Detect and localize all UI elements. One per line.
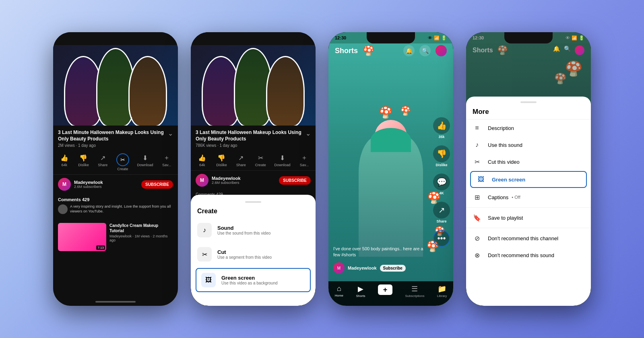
action-bar-1: 👍 64k 👎 Dislike ↗ Share ✂ Create ⬇ D [53, 150, 178, 175]
user-avatar-4[interactable] [575, 45, 584, 55]
popup-handle [245, 201, 261, 203]
create-sound-item[interactable]: ♪ Sound Use the sound from this video [191, 218, 316, 242]
channel-name-1: Madeyewlook [74, 180, 103, 185]
shorts-caption-3: I've done over 500 body paintings.. here… [333, 246, 429, 258]
sound-title: Sound [217, 225, 309, 231]
phone-3: 12:30 👁📶🔋 Shorts 🍄 🔔 🔍 [328, 32, 453, 306]
channel-name-2: Madeyewlook [212, 176, 241, 181]
more-use-sound-item[interactable]: ♪ Use this sound [466, 136, 591, 153]
like-button-2[interactable]: 👍 64k [196, 153, 208, 167]
dislike-action-3[interactable]: 👎 Dislike [433, 145, 450, 167]
more-cut-item[interactable]: ✂ Cut this video [466, 153, 591, 170]
create-button-2[interactable]: ✂ Create [255, 153, 266, 167]
suggested-video-1[interactable]: 7:13 Candy/Ice Cream Makeup Tutorial Mad… [58, 223, 173, 251]
video-title-2: 3 Last Minute Halloween Makeup Looks Usi… [196, 130, 303, 142]
download-button-2[interactable]: ⬇ Download [274, 153, 290, 167]
comment-count-3: 4K [439, 191, 444, 195]
comment-item-1: A very inspiring story and insight. Love… [58, 204, 173, 214]
like-button-1[interactable]: 👍 64k [59, 153, 70, 171]
shorts-channel-avatar-3[interactable]: M [333, 262, 345, 274]
sound-icon: ♪ [197, 223, 212, 237]
dislike-button-1[interactable]: 👎 Dislike [78, 153, 89, 171]
comments-header-1: Comments 429 [58, 197, 173, 202]
more-menu-title: More [466, 106, 591, 120]
video-info-1: 3 Last Minute Halloween Makeup Looks Usi… [53, 126, 178, 150]
dislike-label-3: Dislike [436, 163, 447, 167]
phone-1-nav-bar [95, 301, 136, 303]
channel-subs-2: 2.6M subscribers [212, 181, 241, 185]
nav-shorts-3[interactable]: ▶ Shorts [356, 284, 365, 298]
dont-recommend-channel-label: Don't recommend this channel [488, 235, 584, 241]
share-icon-3: ↗ [433, 202, 450, 218]
greenscreen-menu-icon: 🖼 [477, 175, 485, 184]
status-icons-3: 👁📶🔋 [428, 35, 447, 41]
more-description-item[interactable]: ≡ Description [466, 120, 591, 136]
nav-subscriptions-3[interactable]: ☰ Subscriptions [405, 284, 424, 298]
sound-desc: Use the sound from this video [217, 231, 309, 235]
phone-2: 3 Last Minute Halloween Makeup Looks Usi… [191, 32, 316, 306]
dislike-icon-3: 👎 [433, 145, 450, 162]
user-avatar-3[interactable] [436, 45, 447, 56]
comment-action-3[interactable]: 💬 4K [433, 173, 450, 195]
channel-avatar-1[interactable]: M [58, 178, 71, 191]
more-dont-recommend-channel-item[interactable]: ⊘ Don't recommend this channel [466, 230, 591, 247]
dont-recommend-sound-label: Don't recommend this sound [488, 252, 584, 258]
phone-1: 3 Last Minute Halloween Makeup Looks Usi… [53, 32, 178, 306]
video-thumbnail-1[interactable] [53, 45, 178, 126]
create-greenscreen-item[interactable]: 🖼 Green screen Use this video as a backg… [196, 268, 311, 292]
more-save-playlist-item[interactable]: 🔖 Save to playlist [466, 209, 591, 226]
status-icons-4: 👁📶🔋 [566, 35, 584, 41]
more-captions-item[interactable]: ⊞ Captions • Off [466, 189, 591, 206]
video-thumbnail-2[interactable] [191, 45, 316, 126]
bell-icon-3[interactable]: 🔔 [403, 45, 415, 56]
subscribe-button-2[interactable]: SUBSCRIBE [279, 176, 311, 185]
shorts-bottom-nav-3: ⌂ Home ▶ Shorts + ☰ Subscriptions 📁 Libr… [328, 281, 453, 306]
channel-avatar-2[interactable]: M [196, 174, 208, 187]
captions-label: Captions [488, 194, 508, 200]
create-button-1[interactable]: ✂ Create [116, 153, 129, 171]
save-button-2[interactable]: ＋ Sav... [299, 153, 310, 167]
shorts-subscribe-btn-3[interactable]: Subscribe [380, 265, 406, 272]
nav-library-3[interactable]: 📁 Library [437, 284, 447, 298]
description-icon: ≡ [473, 124, 481, 132]
video-meta-2: 786K views · 1 day ago [196, 143, 311, 148]
subscribe-button-1[interactable]: SUBSCRIBE [141, 180, 173, 189]
create-plus-icon-3: + [378, 284, 392, 295]
person-hair [371, 128, 411, 152]
suggested-thumbnail-1: 7:13 [58, 223, 106, 251]
description-label: Description [488, 125, 584, 131]
search-icon-4[interactable]: 🔍 [564, 45, 571, 55]
status-time-3: 12:30 [335, 35, 346, 40]
save-playlist-icon: 🔖 [473, 213, 481, 222]
nav-create-3[interactable]: + [378, 284, 392, 298]
bg-mushroom2-4: 🍄 [554, 72, 567, 85]
more-dont-recommend-sound-item[interactable]: ⊗ Don't recommend this sound [466, 247, 591, 264]
captions-badge: • Off [512, 195, 520, 200]
captions-label-group: Captions • Off [488, 194, 520, 200]
more-action-3[interactable]: ••• [433, 230, 450, 247]
menu-divider-2 [466, 228, 591, 228]
menu-divider-1 [466, 207, 591, 208]
download-button-1[interactable]: ⬇ Download [137, 153, 153, 171]
more-greenscreen-item[interactable]: 🖼 Green screen [470, 171, 587, 188]
dislike-button-2[interactable]: 👎 Dislike [216, 153, 227, 167]
more-menu-handle [520, 101, 537, 103]
save-button-1[interactable]: ＋ Sav... [161, 153, 172, 171]
nav-home-3[interactable]: ⌂ Home [335, 284, 343, 298]
more-icon-3: ••• [433, 230, 450, 247]
phone-1-screen: 3 Last Minute Halloween Makeup Looks Usi… [53, 32, 178, 306]
like-action-3[interactable]: 👍 35k [433, 117, 450, 139]
use-sound-icon: ♪ [473, 140, 481, 149]
comment-text-1: A very inspiring story and insight. Love… [70, 204, 173, 214]
search-icon-3[interactable]: 🔍 [419, 45, 431, 56]
comment-icon-3: 💬 [433, 173, 450, 190]
suggested-duration-1: 7:13 [96, 245, 105, 250]
channel-row-1: M Madeyewlook 2.6M subscribers SUBSCRIBE [53, 175, 178, 194]
bell-icon-4[interactable]: 🔔 [553, 45, 560, 55]
create-cut-item[interactable]: ✂ Cut Use a segment from this video [191, 242, 316, 266]
dont-recommend-channel-icon: ⊘ [473, 234, 481, 243]
share-action-3[interactable]: ↗ Share [433, 202, 450, 223]
cut-icon: ✂ [197, 247, 212, 262]
share-button-1[interactable]: ↗ Share [97, 153, 108, 171]
share-button-2[interactable]: ↗ Share [235, 153, 247, 167]
